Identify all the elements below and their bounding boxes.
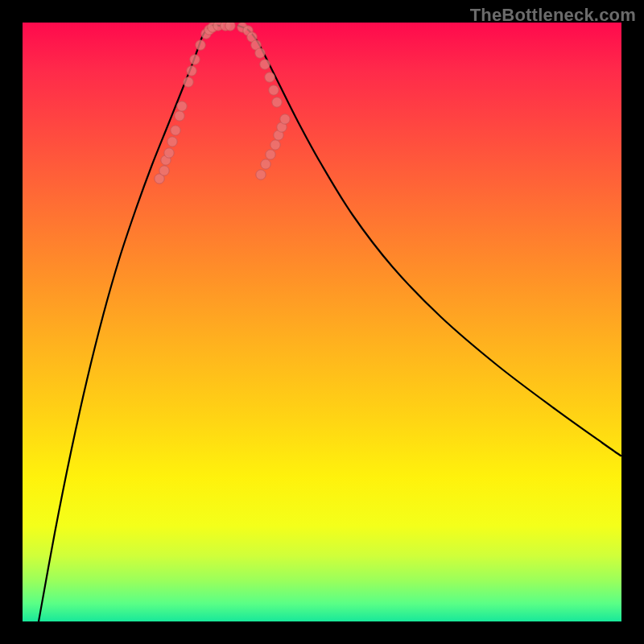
data-dot	[272, 97, 282, 107]
plot-area	[23, 23, 621, 621]
data-dot	[164, 148, 174, 158]
data-dot	[175, 111, 184, 121]
data-dot	[196, 40, 205, 50]
chart-frame: TheBottleneck.com	[0, 0, 644, 644]
data-dot	[184, 77, 193, 87]
data-points-right-upper	[256, 114, 290, 180]
data-dot	[269, 85, 279, 95]
data-dot	[159, 166, 169, 175]
data-dot	[266, 150, 275, 159]
data-points-left	[155, 23, 230, 184]
data-dot	[255, 48, 265, 58]
data-dot	[256, 170, 266, 180]
data-dot	[171, 126, 180, 135]
data-dot	[261, 159, 270, 169]
data-dot	[190, 55, 200, 64]
data-dot	[270, 140, 280, 150]
data-dot	[167, 137, 177, 147]
data-dot	[225, 23, 235, 31]
data-dot	[280, 114, 290, 124]
data-dot	[187, 66, 196, 76]
data-dot	[177, 101, 187, 111]
right-curve	[238, 26, 621, 456]
watermark-label: TheBottleneck.com	[470, 5, 636, 26]
curves-svg	[23, 23, 621, 621]
data-dot	[260, 60, 270, 69]
left-curve	[39, 25, 220, 621]
data-dot	[265, 72, 275, 82]
data-points-right	[225, 23, 282, 107]
